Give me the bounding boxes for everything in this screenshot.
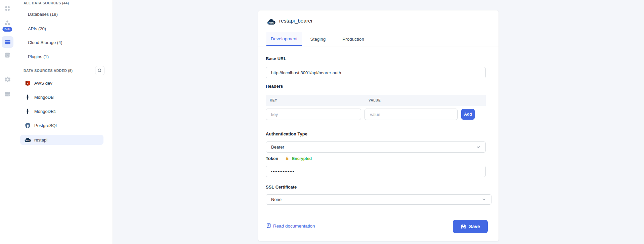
- datasource-item-label: MongoDB: [34, 95, 54, 100]
- datasource-item-mongodb1[interactable]: MongoDB1: [20, 106, 103, 116]
- tab-production[interactable]: Production: [334, 32, 373, 46]
- beta-badge: Beta: [2, 27, 12, 32]
- tab-development[interactable]: Development: [266, 32, 302, 46]
- token-input[interactable]: [266, 166, 486, 177]
- token-label: Token: [266, 156, 278, 161]
- restapi-icon: (REST): [24, 136, 31, 143]
- ssl-certificate-select[interactable]: None: [266, 194, 491, 205]
- sidebar-item-databases[interactable]: Databases (19): [28, 11, 58, 17]
- data-sources-added-header: DATA SOURCES ADDED (5): [24, 68, 73, 73]
- token-label-row: Token Encrypted: [266, 156, 312, 161]
- auth-type-label: Authentication Type: [266, 131, 307, 137]
- left-rail: Beta: [0, 0, 15, 244]
- postgresql-icon: [24, 122, 31, 129]
- datasource-item-label: MongoDB1: [34, 109, 56, 114]
- apps-icon[interactable]: [3, 4, 11, 12]
- sidebar-item-cloud-storage[interactable]: Cloud Storage (4): [28, 40, 62, 46]
- datasource-config-card: (REST) restapi_bearer Development Stagin…: [258, 10, 499, 241]
- value-column-header: VALUE: [369, 98, 381, 102]
- key-column-header: KEY: [270, 98, 369, 102]
- tab-staging[interactable]: Staging: [302, 32, 334, 46]
- datasource-item-postgresql[interactable]: PostgreSQL: [20, 120, 103, 130]
- sidebar-item-apis[interactable]: APIs (20): [28, 26, 46, 32]
- settings-icon[interactable]: [3, 75, 11, 83]
- svg-text:(REST): (REST): [26, 140, 30, 141]
- svg-text:(REST): (REST): [268, 22, 274, 24]
- datasource-item-mongodb[interactable]: MongoDB: [20, 92, 103, 102]
- base-url-label: Base URL: [266, 56, 286, 62]
- search-button[interactable]: [95, 66, 104, 75]
- workflows-icon[interactable]: [3, 19, 11, 27]
- read-documentation-label: Read documentation: [273, 223, 315, 229]
- chevron-down-icon: [482, 197, 486, 202]
- encrypted-badge: Encrypted: [292, 156, 312, 161]
- data-sources-icon: [4, 38, 11, 46]
- save-button[interactable]: Save: [453, 220, 488, 233]
- ssl-certificate-label: SSL Certificate: [266, 185, 297, 190]
- marketplace-icon[interactable]: [3, 51, 11, 59]
- search-icon: [97, 68, 102, 73]
- datasource-item-label: AWS dev: [34, 81, 52, 86]
- environment-tabs: Development Staging Production: [258, 32, 499, 46]
- save-button-label: Save: [469, 224, 480, 229]
- datasource-sidebar: ALL DATA SOURCES (44) Databases (19) API…: [15, 0, 113, 244]
- datasource-item-restapi[interactable]: (REST) restapi: [20, 135, 103, 145]
- read-documentation-link[interactable]: Read documentation: [266, 223, 315, 229]
- data-sources-nav-active[interactable]: [2, 36, 13, 48]
- documentation-icon: [266, 223, 271, 229]
- lock-icon: [285, 156, 289, 161]
- save-icon: [461, 224, 466, 230]
- ssl-certificate-value: None: [271, 197, 282, 202]
- datasource-item-aws-dev[interactable]: AWS dev: [20, 78, 103, 88]
- datasource-item-label: PostgreSQL: [34, 123, 58, 128]
- headers-label: Headers: [266, 84, 283, 89]
- base-url-input[interactable]: [266, 67, 486, 78]
- page-title: restapi_bearer: [279, 16, 313, 25]
- aws-icon: [24, 80, 31, 86]
- header-value-input[interactable]: [364, 109, 458, 120]
- headers-table-header: KEY VALUE: [266, 95, 486, 106]
- auth-type-value: Bearer: [271, 145, 284, 150]
- mongodb-icon: [24, 94, 31, 100]
- mongodb-icon: [24, 108, 31, 115]
- audit-logs-icon[interactable]: [3, 90, 11, 98]
- add-header-button[interactable]: Add: [461, 109, 475, 120]
- header-key-input[interactable]: [266, 109, 361, 120]
- restapi-icon: (REST): [267, 19, 275, 25]
- auth-type-select[interactable]: Bearer: [266, 141, 486, 153]
- sidebar-item-plugins[interactable]: Plugins (1): [28, 54, 49, 60]
- chevron-down-icon: [476, 145, 480, 149]
- datasource-item-label: restapi: [34, 137, 47, 143]
- all-data-sources-header: ALL DATA SOURCES (44): [24, 1, 69, 5]
